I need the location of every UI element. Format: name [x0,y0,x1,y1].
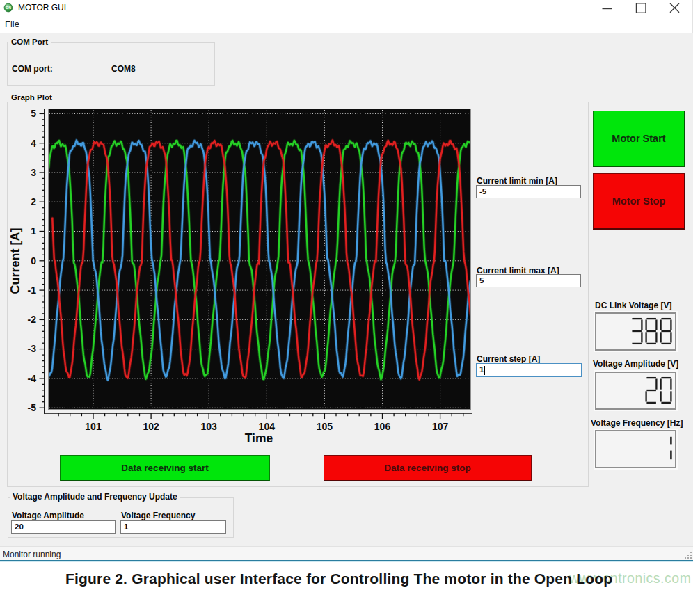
svg-text:Current [A]: Current [A] [8,228,22,294]
svg-text:0: 0 [31,255,36,266]
svg-text:ON: ON [6,6,11,10]
svg-text:-5: -5 [28,402,37,413]
svg-text:107: 107 [432,421,449,432]
svg-text:104: 104 [259,421,276,432]
svg-text:106: 106 [374,421,391,432]
svg-text:-3: -3 [28,343,37,354]
svg-text:-1: -1 [28,285,37,296]
svg-text:5: 5 [31,108,36,119]
svg-text:-4: -4 [28,373,37,384]
svg-text:1: 1 [31,225,36,237]
svg-text:2: 2 [31,196,36,207]
svg-text:-2: -2 [28,314,37,325]
svg-text:101: 101 [85,421,102,432]
svg-text:103: 103 [201,421,218,432]
svg-text:105: 105 [317,421,333,432]
svg-text:Time: Time [245,431,273,445]
svg-text:4: 4 [31,138,36,149]
svg-text:3: 3 [31,167,36,178]
svg-text:102: 102 [143,421,159,432]
